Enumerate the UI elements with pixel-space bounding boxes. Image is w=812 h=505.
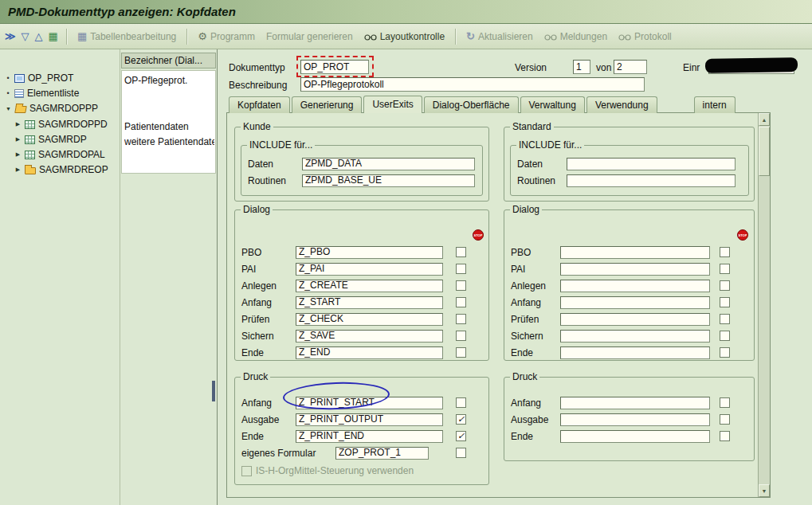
expander-closed-icon[interactable]: ▶ [14, 151, 22, 158]
splitter-handle[interactable] [212, 381, 215, 401]
std-sichern-field[interactable] [560, 330, 710, 343]
tab-kopfdaten[interactable]: Kopfdaten [229, 96, 290, 113]
anfang-label: Anfang [241, 297, 296, 308]
pbo-checkbox[interactable] [456, 247, 466, 257]
aktualisieren-button[interactable]: ↻ Aktualisieren [461, 29, 539, 44]
glasses-icon [618, 33, 631, 41]
std-sichern-checkbox[interactable] [720, 331, 730, 341]
ende-checkbox[interactable] [456, 347, 466, 358]
tab-verwendung[interactable]: Verwendung [586, 96, 657, 113]
daten-field[interactable]: ZPMD_DATA [302, 158, 475, 170]
std-druck-ende-checkbox[interactable] [720, 431, 730, 441]
meldungen-button[interactable]: Meldungen [539, 29, 613, 44]
pbo-field[interactable]: Z_PBO [296, 246, 443, 259]
tree-item-elementliste[interactable]: • Elementliste [5, 87, 79, 100]
std-anlegen-checkbox[interactable] [720, 280, 730, 291]
tab-userexits[interactable]: UserExits [363, 96, 422, 113]
std-pai-checkbox[interactable] [720, 264, 730, 274]
ish-orgmittel-checkbox[interactable] [241, 466, 252, 476]
std-anfang-field[interactable] [560, 296, 710, 309]
druck-ende-checkbox[interactable]: ✓ [456, 431, 466, 441]
expander-closed-icon[interactable]: ▶ [14, 121, 22, 127]
anlegen-field[interactable]: Z_CREATE [296, 280, 443, 292]
dokumenttyp-field[interactable]: OP_PROT [300, 60, 369, 74]
std-druck-anfang-field[interactable] [560, 397, 710, 409]
tab-dialog-oberflaeche[interactable]: Dialog-Oberfläche [424, 96, 519, 113]
expander-closed-icon[interactable]: ▶ [14, 166, 22, 173]
field-row: Prüfen [504, 311, 754, 327]
chevrons-icon[interactable]: ≫ [5, 31, 16, 41]
druck-anfang-checkbox[interactable] [456, 397, 466, 408]
description-cell[interactable]: weitere Patientendate [124, 136, 214, 147]
sichern-checkbox[interactable] [456, 331, 466, 341]
anfang-checkbox[interactable] [456, 297, 466, 307]
std-anlegen-field[interactable] [560, 280, 710, 292]
std-anfang-label: Anfang [511, 297, 560, 308]
scroll-down-button[interactable]: ▼ [759, 484, 770, 497]
sichern-field[interactable]: Z_SAVE [296, 330, 443, 343]
expander-closed-icon[interactable]: ▶ [14, 136, 22, 143]
pai-field[interactable]: Z_PAI [296, 263, 443, 276]
protokoll-button[interactable]: Protokoll [613, 29, 677, 44]
druck-anfang-field[interactable]: Z_PRINT_START [296, 397, 443, 409]
filter-funnel-icon[interactable]: ▽ [22, 31, 29, 41]
vertical-scrollbar[interactable]: ▲ ▼ [758, 113, 770, 497]
ausgabe-field[interactable]: Z_PRINT_OUTPUT [296, 413, 443, 426]
hierarchy-grid-icon[interactable]: ▦ [49, 31, 58, 41]
ausgabe-checkbox[interactable]: ✓ [456, 414, 466, 425]
std-druck-anfang-checkbox[interactable] [720, 397, 730, 408]
scroll-up-button[interactable]: ▲ [759, 113, 770, 126]
programm-button[interactable]: ⚙ Programm [192, 29, 261, 44]
description-column-header[interactable]: Bezeichner (Dial... [121, 53, 216, 69]
tab-intern[interactable]: intern [694, 96, 736, 113]
std-ausgabe-checkbox[interactable] [720, 414, 730, 425]
std-pai-field[interactable] [560, 263, 710, 276]
gear-icon: ⚙ [198, 31, 207, 41]
version-field[interactable]: 1 [573, 60, 590, 74]
layoutkontrolle-button[interactable]: Layoutkontrolle [359, 29, 450, 44]
tabellenbearbeitung-button[interactable]: ▦ Tabellenbearbeitung [72, 29, 182, 44]
std-daten-field[interactable] [567, 158, 736, 170]
beschreibung-field[interactable]: OP-Pflegeprotokoll [300, 77, 645, 92]
field-row: Anfang [504, 394, 754, 411]
pruefen-label: Prüfen [241, 314, 296, 325]
std-pruefen-checkbox[interactable] [720, 314, 730, 324]
tree-item-op-prot[interactable]: • OP_PROT [5, 72, 73, 84]
std-pbo-checkbox[interactable] [720, 247, 730, 257]
description-cell[interactable]: OP-Pflegeprot. [124, 75, 187, 86]
pruefen-field[interactable]: Z_CHECK [296, 313, 443, 326]
toolbar-separator [455, 29, 456, 45]
tree-item-sagmrdoppd[interactable]: ▶ SAGMRDOPPD [14, 118, 108, 131]
anlegen-checkbox[interactable] [456, 280, 466, 291]
formular-generieren-button[interactable]: Formular generieren [261, 29, 359, 44]
anfang-field[interactable]: Z_START [296, 296, 443, 309]
routinen-field[interactable]: ZPMD_BASE_UE [302, 174, 475, 187]
scrollbar-thumb[interactable] [759, 127, 770, 176]
field-row: Anfang Z_PRINT_START [235, 394, 488, 411]
std-routinen-label: Routinen [517, 175, 567, 186]
eigenes-formular-checkbox[interactable] [456, 448, 466, 458]
tab-verwaltung[interactable]: Verwaltung [520, 96, 585, 113]
std-ausgabe-field[interactable] [560, 413, 710, 426]
tree-item-sagmrdopal[interactable]: ▶ SAGMRDOPAL [14, 148, 105, 161]
druck-ende-field[interactable]: Z_PRINT_END [296, 430, 443, 443]
std-anfang-checkbox[interactable] [720, 297, 730, 307]
pruefen-checkbox[interactable] [456, 314, 466, 324]
tree-item-sagmrdreop[interactable]: ▶ SAGMRDREOP [14, 163, 108, 176]
description-cell[interactable]: Patientendaten [124, 121, 189, 132]
std-ende-checkbox[interactable] [720, 347, 730, 358]
ende-field[interactable]: Z_END [296, 346, 443, 359]
eigenes-formular-field[interactable]: ZOP_PROT_1 [335, 447, 429, 460]
tab-generierung[interactable]: Generierung [292, 96, 363, 113]
tree-item-sagmrdp[interactable]: ▶ SAGMRDP [14, 133, 87, 146]
std-druck-ende-field[interactable] [560, 430, 710, 443]
expander-open-icon[interactable]: ▼ [5, 106, 12, 112]
tree-item-sagmrdoppp[interactable]: ▼ SAGMRDOPPP [5, 102, 98, 115]
std-ende-field[interactable] [560, 346, 710, 359]
von-field[interactable]: 2 [614, 60, 647, 74]
std-pruefen-field[interactable] [560, 313, 710, 326]
sort-pyramid-icon[interactable]: △ [35, 31, 43, 41]
std-pbo-field[interactable] [560, 246, 710, 259]
pai-checkbox[interactable] [456, 264, 466, 274]
std-routinen-field[interactable] [567, 174, 736, 187]
